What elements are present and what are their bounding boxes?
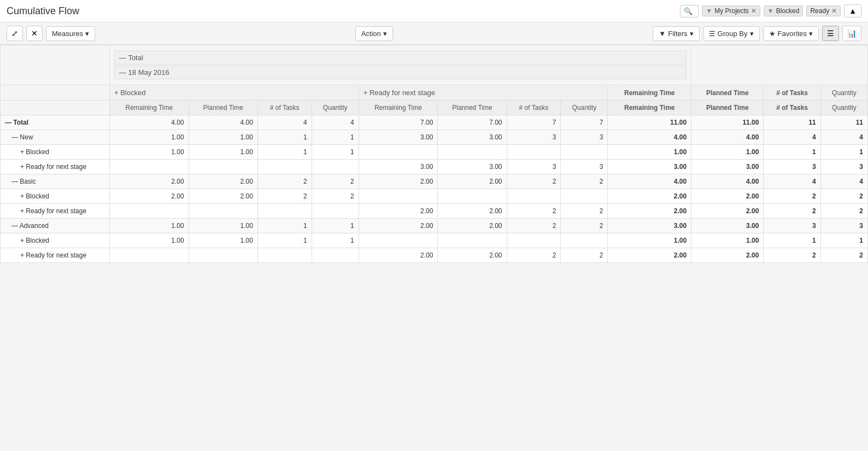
data-cell: 7.00 [359,115,438,130]
blocked-quantity: Quantity [312,101,359,115]
data-cell [507,145,561,160]
data-cell: 2.00 [359,204,438,219]
ready-quantity: Quantity [561,101,608,115]
data-cell [110,204,189,219]
data-cell: 3.00 [608,160,691,174]
main-table: — Total — 18 May 2016 + Blocked + Ready … [0,45,868,263]
row-label-cell: + Blocked [1,189,110,204]
filters-button[interactable]: ▼ Filters ▾ [653,26,699,41]
row-label-cell: — New [1,130,110,145]
data-cell: 4.00 [110,115,189,130]
toolbar-right: ▼ Filters ▾ ☰ Group By ▾ ★ Favorites ▾ ☰… [653,26,861,41]
groupby-button[interactable]: ☰ Group By ▾ [703,26,760,41]
data-cell: 7 [561,115,608,130]
data-cell: 3.00 [438,160,507,174]
data-cell: 3.00 [608,219,691,233]
close-filter-ready[interactable]: ✕ [831,7,837,15]
data-cell: 1 [764,145,820,160]
data-cell [359,233,438,248]
ready-planned-time: Planned Time [438,101,507,115]
search-box[interactable]: 🔍 [680,5,699,17]
data-cell: 3 [764,160,820,174]
groupby-label: Group By [718,30,748,38]
table-row: — New1.001.00113.003.00334.004.0044 [1,130,868,145]
data-cell: 3 [507,160,561,174]
blocked-remaining-time: Remaining Time [110,101,189,115]
data-cell: 2.00 [189,189,257,204]
group-header-row: + Blocked + Ready for next stage Remaini… [1,85,868,101]
data-cell [189,248,257,263]
data-cell: 1 [820,233,867,248]
data-cell [257,248,312,263]
list-view-button[interactable]: ☰ [822,26,839,41]
blocked-header: + Blocked [110,85,359,101]
data-cell: 1.00 [110,233,189,248]
data-cell: 1.00 [110,130,189,145]
data-cell: 11.00 [691,115,764,130]
data-cell: 2.00 [608,248,691,263]
collapse-all-button[interactable]: ✕ [26,26,43,41]
data-cell: 1 [257,219,312,233]
data-cell: 2 [507,219,561,233]
chart-view-button[interactable]: 📊 [842,26,861,41]
data-cell: 4.00 [608,174,691,189]
data-cell [189,160,257,174]
data-cell: 2.00 [189,174,257,189]
total-remaining-time: Remaining Time [608,101,691,115]
filters-label: Filters [668,30,687,38]
total-planned-time: Planned Time [691,101,764,115]
data-cell: 2.00 [608,204,691,219]
data-cell [110,160,189,174]
row-label-cell: + Ready for next stage [1,204,110,219]
data-cell [257,204,312,219]
data-cell: 7.00 [438,115,507,130]
data-cell: 3 [561,160,608,174]
data-cell: 2.00 [110,174,189,189]
data-cell: 3 [764,219,820,233]
star-icon: ★ [769,30,776,38]
planned-time-total-header: Planned Time [691,85,764,101]
table-row: + Ready for next stage3.003.00333.003.00… [1,160,868,174]
data-cell [438,189,507,204]
table-container: — Total — 18 May 2016 + Blocked + Ready … [0,45,868,263]
data-cell: 1 [764,233,820,248]
empty-header [1,85,110,101]
expand-button[interactable]: ⤢ [7,26,23,41]
filter-chip-ready[interactable]: Ready ✕ [806,5,841,16]
data-cell: 1 [312,130,359,145]
data-cell: 4 [764,174,820,189]
data-cell: 1 [312,145,359,160]
data-cell: 2 [561,248,608,263]
data-cell: 4 [257,115,312,130]
collapse-button[interactable]: ▲ [844,4,861,17]
data-cell: 3.00 [691,219,764,233]
measures-button[interactable]: Measures ▾ [46,26,95,41]
funnel-icon-2: ▼ [767,7,774,15]
num-tasks-total-header: # of Tasks [764,85,820,101]
action-button[interactable]: Action ▾ [355,26,393,41]
filter-chip-my-projects[interactable]: ▼ My Projects ✕ [702,5,760,16]
top-bar: Cumulative Flow 🔍 ▼ My Projects ✕ ▼ Bloc… [0,0,868,22]
data-cell: 1.00 [110,219,189,233]
action-chevron: ▾ [383,30,387,38]
groupby-icon: ☰ [709,30,715,38]
toolbar: ⤢ ✕ Measures ▾ Action ▾ ▼ Filters ▾ ☰ Gr… [0,22,868,45]
top-bar-right: 🔍 ▼ My Projects ✕ ▼ Blocked Ready ✕ ▲ [680,4,861,17]
table-row: — Advanced1.001.00112.002.00223.003.0033 [1,219,868,233]
filter-chip-blocked[interactable]: ▼ Blocked [764,5,804,16]
remaining-time-total-header: Remaining Time [608,85,691,101]
measures-label: Measures [52,30,83,38]
data-cell: 2.00 [438,248,507,263]
table-row: — Total4.004.00447.007.007711.0011.00111… [1,115,868,130]
close-filter-my-projects[interactable]: ✕ [751,7,756,15]
data-cell: 2.00 [359,219,438,233]
data-cell [312,160,359,174]
action-label: Action [361,30,381,38]
data-cell: 4.00 [691,174,764,189]
data-cell [110,248,189,263]
data-cell: 2 [561,174,608,189]
data-cell [312,204,359,219]
favorites-button[interactable]: ★ Favorites ▾ [763,26,819,41]
data-cell: 2.00 [691,248,764,263]
data-cell: 2 [820,248,867,263]
